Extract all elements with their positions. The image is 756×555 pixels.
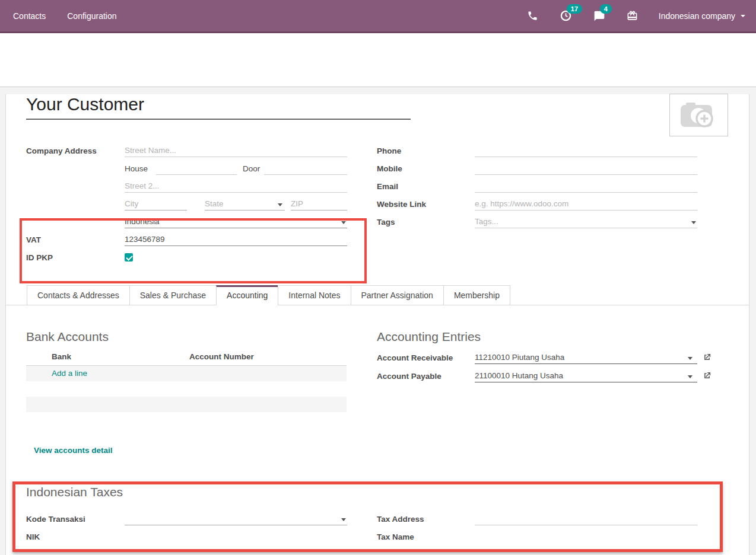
bank-accounts-title: Bank Accounts: [26, 330, 347, 344]
account-receivable-label: Account Receivable: [377, 352, 475, 362]
column-bank[interactable]: Bank: [26, 352, 189, 365]
email-label: Email: [377, 180, 475, 191]
tab-membership[interactable]: Membership: [443, 285, 510, 305]
address-group: Company Address Street Name... House Doo…: [26, 145, 347, 269]
street-input[interactable]: Street Name...: [125, 145, 347, 157]
house-label: House: [125, 162, 156, 175]
chevron-down-icon[interactable]: [341, 518, 346, 521]
idpkp-checkbox[interactable]: [125, 253, 133, 261]
kode-transaksi-select[interactable]: [125, 513, 347, 525]
phone-label: Phone: [377, 145, 475, 155]
vat-input[interactable]: 123456789: [125, 234, 347, 246]
control-panel: [0, 33, 756, 87]
bank-accounts-section: Bank Accounts Bank Account Number Add a …: [26, 330, 347, 455]
tags-label: Tags: [377, 216, 475, 227]
tax-address-label: Tax Address: [377, 513, 475, 524]
top-navbar: Contacts Configuration 17 4 Indonesian c…: [0, 0, 756, 33]
nik-input[interactable]: [125, 531, 347, 543]
contact-group: Phone Mobile Email Website Link e.g. htt…: [377, 145, 727, 269]
chevron-down-icon[interactable]: [341, 221, 346, 224]
table-row: [26, 397, 347, 412]
add-a-line-link[interactable]: Add a line: [26, 366, 347, 381]
messages-count-badge: 4: [600, 4, 612, 14]
table-row: [26, 381, 347, 397]
nik-label: NIK: [26, 531, 125, 541]
menu-configuration[interactable]: Configuration: [67, 11, 116, 21]
form-view-page: Your Customer Company Address Street Nam…: [0, 87, 756, 555]
tab-partner-assignation[interactable]: Partner Assignation: [351, 285, 444, 305]
door-label: Door: [243, 162, 264, 175]
email-input[interactable]: [475, 180, 697, 193]
chevron-down-icon[interactable]: [688, 375, 693, 378]
account-payable-select[interactable]: 21100010 Hutang Usaha: [475, 370, 697, 382]
tags-input[interactable]: Tags...: [475, 216, 697, 228]
bank-accounts-table: Bank Account Number Add a line: [26, 352, 347, 412]
camera-add-icon: [679, 99, 719, 131]
company-switcher[interactable]: Indonesian company: [659, 11, 745, 21]
activities-clock-icon[interactable]: 17: [559, 9, 573, 23]
city-input[interactable]: City: [125, 198, 187, 210]
tax-name-label: Tax Name: [377, 531, 475, 541]
state-select[interactable]: State: [205, 198, 285, 210]
account-receivable-select[interactable]: 11210010 Piutang Usaha: [475, 352, 697, 364]
country-select[interactable]: Indonesia: [125, 216, 347, 228]
idpkp-label: ID PKP: [26, 251, 125, 262]
title-underline: [26, 119, 411, 120]
accounting-entries-title: Accounting Entries: [377, 330, 728, 344]
notebook-tabbar: Contacts & Addresses Sales & Purchase Ac…: [6, 285, 749, 305]
chevron-down-icon: [741, 15, 745, 17]
external-link-icon[interactable]: [703, 353, 711, 364]
messages-chat-icon[interactable]: 4: [592, 9, 606, 23]
door-input[interactable]: [264, 162, 347, 175]
form-sheet: Your Customer Company Address Street Nam…: [5, 94, 749, 555]
mobile-input[interactable]: [475, 162, 697, 175]
tab-contacts-addresses[interactable]: Contacts & Addresses: [27, 285, 130, 305]
phone-icon[interactable]: [526, 9, 540, 23]
vat-label: VAT: [26, 234, 125, 244]
street2-input[interactable]: Street 2...: [125, 180, 347, 193]
account-payable-label: Account Payable: [377, 370, 475, 381]
gift-icon[interactable]: [625, 9, 640, 23]
page-title[interactable]: Your Customer: [26, 94, 728, 114]
tax-address-input[interactable]: [475, 513, 697, 525]
kode-transaksi-label: Kode Transaksi: [26, 513, 125, 524]
navbar-systray: 17 4 Indonesian company: [526, 9, 745, 23]
tab-internal-notes[interactable]: Internal Notes: [278, 285, 351, 305]
navbar-menus: Contacts Configuration: [13, 11, 117, 21]
view-accounts-detail-link[interactable]: View accounts detail: [34, 446, 113, 455]
form-top-groups: Company Address Street Name... House Doo…: [26, 145, 728, 269]
company-name: Indonesian company: [659, 11, 735, 21]
city-state-zip-row: City State ZIP: [125, 198, 347, 210]
chevron-down-icon[interactable]: [278, 203, 282, 206]
image-upload-box[interactable]: [669, 94, 728, 136]
tab-sales-purchase[interactable]: Sales & Purchase: [129, 285, 217, 305]
menu-contacts[interactable]: Contacts: [13, 11, 46, 21]
chevron-down-icon[interactable]: [688, 357, 693, 360]
chevron-down-icon[interactable]: [691, 221, 696, 224]
company-address-label: Company Address: [26, 145, 125, 155]
mobile-label: Mobile: [377, 162, 475, 173]
indonesian-taxes-title: Indonesian Taxes: [26, 485, 728, 499]
website-input[interactable]: e.g. https://www.odoo.com: [475, 198, 697, 210]
activities-count-badge: 17: [567, 4, 582, 14]
house-door-row: House Door: [125, 162, 347, 175]
house-input[interactable]: [156, 162, 237, 175]
tab-accounting[interactable]: Accounting: [216, 285, 278, 305]
accounting-entries-section: Accounting Entries Account Receivable 11…: [377, 330, 728, 455]
external-link-icon[interactable]: [703, 371, 711, 382]
tax-name-input[interactable]: [475, 531, 697, 543]
phone-input[interactable]: [475, 145, 697, 157]
indonesian-taxes-section: Indonesian Taxes Kode Transaksi NIK Tax: [26, 485, 728, 548]
zip-input[interactable]: ZIP: [291, 198, 347, 210]
accounting-tab-content: Bank Accounts Bank Account Number Add a …: [26, 330, 728, 455]
bank-table-header: Bank Account Number: [26, 352, 347, 366]
column-account-number[interactable]: Account Number: [189, 352, 254, 365]
website-label: Website Link: [377, 198, 475, 209]
